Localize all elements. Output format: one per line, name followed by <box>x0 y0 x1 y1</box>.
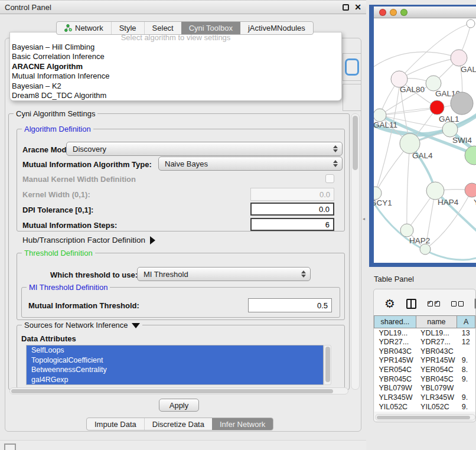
tab-style[interactable]: Style <box>111 22 144 34</box>
algorithm-option[interactable]: Mutual Information Inference <box>10 71 341 81</box>
mi-type-value: Naive Bayes <box>165 159 208 168</box>
network-node-hap4[interactable] <box>426 182 444 200</box>
network-window-frame: GALGAL80GAL10GAL1GAL11SWI4GAL4GCY1HAP4YH… <box>369 5 476 267</box>
algorithm-option[interactable]: ARACNE Algorithm <box>10 62 341 71</box>
apply-button[interactable]: Apply <box>159 399 199 412</box>
network-node[interactable] <box>467 19 475 28</box>
table-row[interactable]: YIL052CYIL052C9. <box>374 402 475 412</box>
table-hscrollbar-thumb[interactable] <box>377 416 470 419</box>
minimize-traffic-light[interactable] <box>390 9 397 16</box>
settings-hscrollbar-thumb[interactable] <box>11 389 333 393</box>
table-cell <box>457 384 475 393</box>
network-edge[interactable] <box>375 87 399 193</box>
network-edge[interactable] <box>407 144 410 230</box>
network-canvas[interactable]: GALGAL80GAL10GAL1GAL11SWI4GAL4GCY1HAP4YH… <box>374 18 476 263</box>
kernel-width-field[interactable]: 0.0 <box>250 188 334 201</box>
tab-discretize-data[interactable]: Discretize Data <box>144 418 212 430</box>
tab-label: Select <box>152 24 174 32</box>
algorithm-option[interactable]: Bayesian – K2 <box>10 81 341 91</box>
table-cell: YIL052C <box>416 402 457 412</box>
collapsed-arrow-icon <box>150 236 155 244</box>
mi-threshold-group-title: MI Threshold Definition <box>27 283 110 292</box>
network-titlebar[interactable] <box>374 6 476 18</box>
table-cell: 13 <box>457 328 475 338</box>
manual-kernel-checkbox[interactable] <box>325 174 334 183</box>
dpi-tolerance-field[interactable]: 0.0 <box>250 203 334 216</box>
network-node-gal11[interactable] <box>374 109 386 122</box>
tab-cyni-toolbox[interactable]: Cyni Toolbox <box>181 22 240 34</box>
aracne-mode-combo[interactable]: Discovery <box>66 142 343 156</box>
network-edge[interactable] <box>380 107 437 115</box>
tab-select[interactable]: Select <box>144 22 181 34</box>
tab-infer-network[interactable]: Infer Network <box>212 418 273 430</box>
settings-scrollbar-thumb[interactable] <box>353 116 358 170</box>
focused-button-sliver[interactable] <box>345 58 359 76</box>
mi-steps-field[interactable]: 6 <box>250 218 334 231</box>
table-row[interactable]: YBR045CYBR045C9. <box>374 374 475 384</box>
table-cell: YER054C <box>374 365 416 374</box>
table-row[interactable]: YBL079WYBL079W <box>374 384 475 393</box>
tab-jactivemnodules[interactable]: jActiveMNodules <box>240 22 313 34</box>
table-column-header[interactable]: shared... <box>374 316 416 328</box>
network-node-swi4[interactable] <box>442 122 458 137</box>
deselect-all-icon[interactable] <box>451 301 464 306</box>
panel-resize-grip[interactable]: ◂ <box>363 216 365 221</box>
which-threshold-combo[interactable]: MI Threshold <box>137 267 311 281</box>
node-label: GAL80 <box>400 85 425 94</box>
network-node-gal4[interactable] <box>400 133 420 154</box>
mi-threshold-field[interactable]: 0.5 <box>248 298 332 312</box>
network-node-gal[interactable] <box>451 50 467 66</box>
data-attributes-list[interactable]: SelfLoopsTopologicalCoefficientBetweenne… <box>26 345 324 385</box>
attribute-item[interactable]: TopologicalCoefficient <box>27 356 323 366</box>
table-row[interactable]: YDL19...YDL19...13 <box>374 328 475 338</box>
float-panel-icon[interactable] <box>343 4 349 11</box>
table-row[interactable]: YER054CYER054C8. <box>374 365 475 374</box>
network-edge[interactable] <box>399 58 459 79</box>
network-node[interactable] <box>465 146 476 165</box>
node-attribute-table[interactable]: shared...nameA YDL19...YDL19...13YDR27..… <box>374 315 475 412</box>
algorithm-option[interactable]: Dream8 DC_TDC Algorithm <box>10 91 341 100</box>
table-row[interactable]: YBR043CYBR043C <box>374 347 475 356</box>
minimized-panel-icon[interactable] <box>4 444 16 450</box>
network-node-hap2[interactable] <box>400 224 413 237</box>
bottom-strip <box>0 440 366 450</box>
network-node-y[interactable] <box>465 183 476 197</box>
attributes-scrollbar[interactable] <box>324 345 331 385</box>
table-row[interactable]: YDR27...YDR27...12 <box>374 337 475 347</box>
network-node[interactable] <box>451 92 473 115</box>
table-row[interactable]: YPR145WYPR145W9. <box>374 356 475 366</box>
tab-network[interactable]: Network <box>57 22 111 34</box>
table-cell: 9. <box>457 402 475 412</box>
combo-spinner-icon <box>333 145 338 152</box>
tab-impute-data[interactable]: Impute Data <box>87 418 144 430</box>
algorithm-option[interactable]: Bayesian – Hill Climbing <box>10 43 341 52</box>
network-graph[interactable]: GALGAL80GAL10GAL1GAL11SWI4GAL4GCY1HAP4YH… <box>374 18 476 263</box>
which-threshold-value: MI Threshold <box>144 270 188 279</box>
algorithm-option[interactable]: Basic Correlation Inference <box>10 52 341 61</box>
select-all-icon[interactable] <box>428 301 440 306</box>
table-hscrollbar[interactable] <box>375 414 475 420</box>
sources-group-title[interactable]: Sources for Network Inference <box>22 321 142 330</box>
attribute-item[interactable]: gal4RGexp <box>27 375 323 385</box>
settings-hscrollbar[interactable] <box>9 387 348 394</box>
settings-scrollbar[interactable] <box>351 113 360 390</box>
threshold-definition-title: Threshold Definition <box>22 249 95 257</box>
network-node-gal1[interactable] <box>430 100 444 115</box>
network-node-gcy1[interactable] <box>374 187 382 200</box>
table-cell: YBR043C <box>374 347 416 356</box>
close-panel-icon[interactable]: ✕ <box>354 4 361 11</box>
zoom-traffic-light[interactable] <box>400 9 407 16</box>
table-column-header[interactable]: name <box>416 316 457 328</box>
attributes-scrollbar-thumb[interactable] <box>325 347 330 382</box>
column-layout-icon[interactable] <box>406 299 416 309</box>
table-settings-gear-icon[interactable]: ⚙ <box>384 298 395 309</box>
mi-type-combo[interactable]: Naive Bayes <box>158 156 343 171</box>
close-traffic-light[interactable] <box>379 9 386 16</box>
attribute-item[interactable]: SelfLoops <box>27 345 323 356</box>
hub-definition-toggle[interactable]: Hub/Transcription Factor Definition <box>22 236 155 244</box>
mi-threshold-label: Mutual Information Threshold: <box>28 301 139 310</box>
network-node[interactable] <box>420 244 431 255</box>
attribute-item[interactable]: BetweennessCentrality <box>27 365 323 375</box>
table-row[interactable]: YLR345WYLR345W9. <box>374 393 475 402</box>
table-column-header[interactable]: A <box>457 316 475 328</box>
